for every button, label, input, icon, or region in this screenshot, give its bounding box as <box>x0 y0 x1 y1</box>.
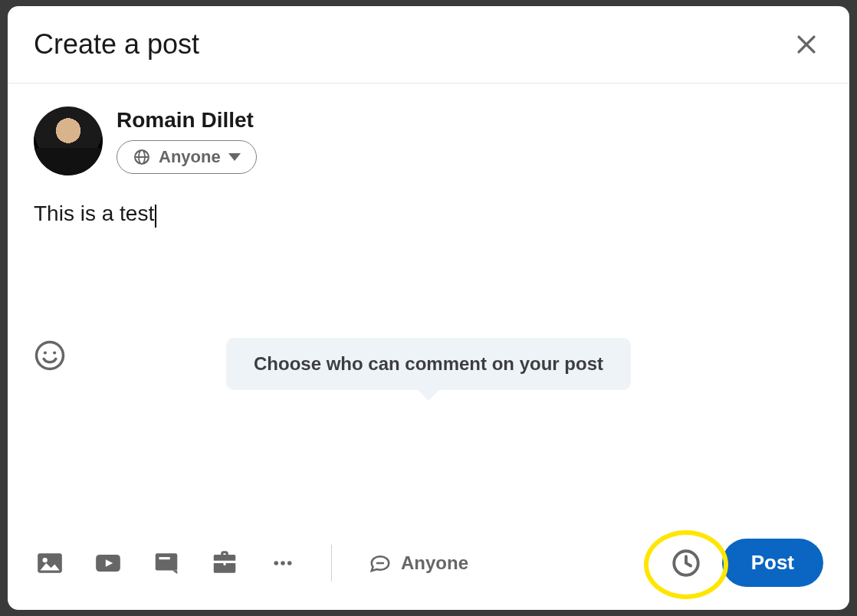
comment-visibility-tooltip: Choose who can comment on your post <box>226 338 631 390</box>
modal-title: Create a post <box>34 28 199 61</box>
video-icon <box>94 549 123 578</box>
post-button[interactable]: Post <box>722 539 823 587</box>
add-document-button[interactable] <box>150 547 182 579</box>
add-job-button[interactable] <box>209 547 241 579</box>
comment-visibility-button[interactable]: Anyone <box>358 546 479 581</box>
add-photo-button[interactable] <box>34 547 66 579</box>
visibility-label: Anyone <box>159 147 221 167</box>
post-text-input[interactable]: This is a test <box>34 202 823 339</box>
svg-point-4 <box>53 351 56 354</box>
svg-rect-9 <box>159 557 170 559</box>
emoji-picker-button[interactable] <box>34 339 66 372</box>
more-icon <box>271 552 294 575</box>
add-video-button[interactable] <box>92 547 124 579</box>
message-icon <box>369 552 392 575</box>
document-icon <box>152 549 181 578</box>
svg-point-11 <box>281 561 285 565</box>
author-name: Romain Dillet <box>117 108 257 133</box>
svg-point-6 <box>43 557 48 562</box>
svg-point-2 <box>37 342 64 369</box>
author-row: Romain Dillet Anyone <box>34 106 823 175</box>
modal-body: Romain Dillet Anyone This is a test <box>8 84 849 520</box>
modal-footer: Anyone Post <box>8 520 849 610</box>
close-icon <box>793 31 819 57</box>
close-button[interactable] <box>790 28 823 61</box>
more-options-button[interactable] <box>267 547 299 579</box>
svg-point-12 <box>287 561 292 565</box>
comment-visibility-label: Anyone <box>401 552 468 574</box>
text-cursor <box>155 205 156 228</box>
clock-icon <box>670 547 702 579</box>
footer-divider <box>331 545 332 582</box>
create-post-modal: Create a post Romain Dillet Anyone <box>8 6 849 610</box>
globe-icon <box>133 148 151 166</box>
tooltip-wrap: Choose who can comment on your post <box>226 338 631 390</box>
post-visibility-selector[interactable]: Anyone <box>117 140 257 174</box>
avatar[interactable] <box>34 106 103 175</box>
schedule-post-button[interactable] <box>670 547 702 579</box>
photo-icon <box>35 549 64 578</box>
emoji-icon <box>34 339 66 372</box>
schedule-wrap <box>670 547 702 579</box>
svg-rect-8 <box>156 553 178 570</box>
author-info: Romain Dillet Anyone <box>117 108 257 174</box>
briefcase-icon <box>210 549 239 578</box>
modal-header: Create a post <box>8 6 849 84</box>
post-body-text: This is a test <box>34 202 154 225</box>
svg-point-3 <box>44 351 47 354</box>
caret-down-icon <box>228 153 241 161</box>
attachment-icon-group <box>34 547 299 579</box>
svg-point-10 <box>274 561 279 565</box>
